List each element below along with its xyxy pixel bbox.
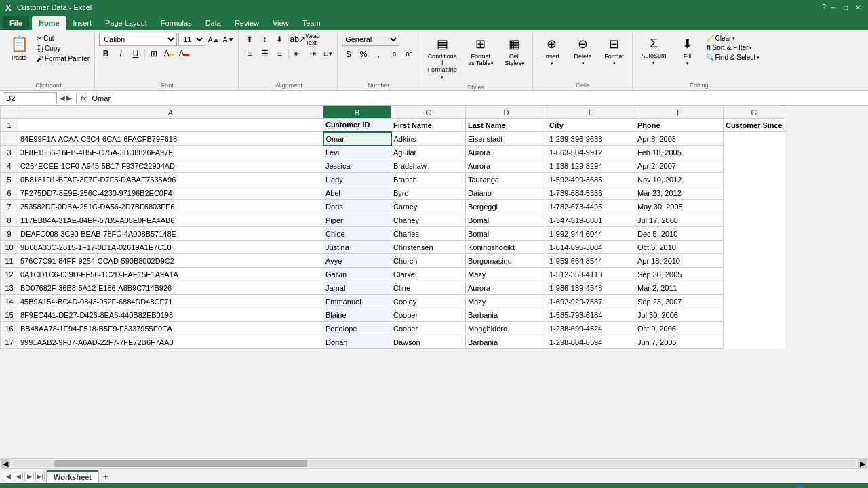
row-header[interactable]: 13 bbox=[1, 281, 18, 295]
cell[interactable]: BB48AA78-1E94-F518-B5E9-F3337955E0EA bbox=[18, 322, 323, 336]
cell[interactable]: Emmanuel bbox=[323, 295, 391, 308]
cut-button[interactable]: ✂ Cut bbox=[35, 34, 92, 43]
row-header[interactable]: 7 bbox=[1, 200, 18, 214]
cell[interactable]: 1-986-189-4548 bbox=[547, 281, 635, 295]
cell[interactable]: Sep 30, 2005 bbox=[635, 268, 724, 281]
cell[interactable]: 1-863-504-9912 bbox=[547, 146, 635, 159]
cell[interactable]: Customer Since bbox=[724, 119, 785, 132]
cell[interactable]: Cooper bbox=[391, 322, 466, 336]
cell[interactable]: DEAFC008-3C90-BEAB-78FC-4A008B57148E bbox=[18, 227, 323, 241]
formula-bar-arrows[interactable]: ◀ ▶ bbox=[60, 94, 72, 102]
increase-font-btn[interactable]: A▲ bbox=[207, 33, 220, 46]
tab-page-layout[interactable]: Page Layout bbox=[98, 16, 154, 30]
cell[interactable]: Branch bbox=[391, 173, 466, 186]
cell[interactable]: 1-614-895-3084 bbox=[547, 241, 635, 254]
cell[interactable]: 1-347-519-6881 bbox=[547, 214, 635, 227]
row-header[interactable]: 1 bbox=[1, 119, 18, 132]
cell[interactable]: 1-238-699-4524 bbox=[547, 322, 635, 336]
horizontal-scrollbar[interactable]: ◀ ▶ bbox=[0, 458, 868, 468]
cell[interactable]: Barbania bbox=[466, 336, 547, 349]
cell[interactable]: 8F9EC441-DE27-D426-8EA6-440B82EB0198 bbox=[18, 308, 323, 322]
cell[interactable]: 1-592-499-3685 bbox=[547, 173, 635, 186]
col-header-d[interactable]: D bbox=[466, 106, 547, 119]
cell[interactable]: Koningshooikt bbox=[466, 241, 547, 254]
cell[interactable]: Charles bbox=[391, 227, 466, 241]
cell[interactable]: Avye bbox=[323, 254, 391, 268]
currency-btn[interactable]: $ bbox=[342, 47, 355, 61]
indent-decrease-btn[interactable]: ⇤ bbox=[291, 47, 304, 60]
cell[interactable] bbox=[18, 119, 323, 132]
cell[interactable]: Abel bbox=[323, 186, 391, 200]
col-header-f[interactable]: F bbox=[635, 106, 724, 119]
cell[interactable]: Blaine bbox=[323, 308, 391, 322]
cell[interactable]: BD07682F-36B8-5A12-E186-A8B9C714B926 bbox=[18, 281, 323, 295]
cell[interactable]: Carney bbox=[391, 200, 466, 214]
cell[interactable]: Mar 23, 2012 bbox=[635, 186, 724, 200]
cell[interactable]: Aurora bbox=[466, 146, 547, 159]
cell[interactable]: First Name bbox=[391, 119, 466, 132]
row-header[interactable]: 16 bbox=[1, 322, 18, 336]
cell[interactable]: Apr 18, 2010 bbox=[635, 254, 724, 268]
sheet-nav-first[interactable]: |◀ bbox=[3, 472, 12, 481]
col-header-e[interactable]: E bbox=[547, 106, 635, 119]
row-header[interactable]: 8 bbox=[1, 214, 18, 227]
cell[interactable]: Phone bbox=[635, 119, 724, 132]
sheet-nav-next[interactable]: ▶ bbox=[24, 472, 34, 481]
col-header-g[interactable]: G bbox=[724, 106, 785, 119]
cell[interactable]: Dec 5, 2010 bbox=[635, 227, 724, 241]
cell[interactable]: Mazy bbox=[466, 268, 547, 281]
minimize-btn[interactable]: ─ bbox=[829, 3, 838, 12]
window-controls[interactable]: ? ─ □ ✕ bbox=[822, 3, 863, 12]
decrease-decimal-btn[interactable]: .0 bbox=[387, 47, 400, 61]
font-name-select[interactable]: Calibri bbox=[99, 33, 177, 46]
col-header-b[interactable]: B bbox=[323, 106, 391, 119]
cell[interactable]: Nov 10, 2012 bbox=[635, 173, 724, 186]
cell[interactable]: Jamal bbox=[323, 281, 391, 295]
help-icon[interactable]: ? bbox=[822, 3, 826, 12]
conditional-formatting-button[interactable]: ▤ ConditionalFormatting▾ bbox=[422, 34, 462, 83]
increase-decimal-btn[interactable]: .00 bbox=[401, 47, 415, 61]
cell[interactable]: Oct 9, 2006 bbox=[635, 322, 724, 336]
cell[interactable]: 117EB84A-31AE-84EF-57B5-A05E0FEA4AB6 bbox=[18, 214, 323, 227]
add-sheet-button[interactable]: + bbox=[100, 471, 111, 482]
cell[interactable]: Daiano bbox=[466, 186, 547, 200]
row-header[interactable]: 11 bbox=[1, 254, 18, 268]
cell[interactable]: Hedy bbox=[323, 173, 391, 186]
cell[interactable]: Bradshaw bbox=[391, 159, 466, 173]
cell[interactable]: Dawson bbox=[391, 336, 466, 349]
sheet-nav-prev[interactable]: ◀ bbox=[14, 472, 23, 481]
cell[interactable]: 0B8181D1-BFAE-3F7E-D7F5-DABAE7535A96 bbox=[18, 173, 323, 186]
cell[interactable]: Bergeggi bbox=[466, 200, 547, 214]
cell[interactable]: Apr 8, 2008 bbox=[635, 132, 724, 146]
cell[interactable]: Chaney bbox=[391, 214, 466, 227]
row-header[interactable]: 12 bbox=[1, 268, 18, 281]
cell[interactable]: 1-992-944-6044 bbox=[547, 227, 635, 241]
copy-button[interactable]: ⿻ Copy bbox=[35, 44, 92, 53]
align-right-btn[interactable]: ≡ bbox=[273, 47, 286, 60]
orientation-btn[interactable]: ab↗ bbox=[291, 33, 304, 46]
insert-button[interactable]: ⊕ Insert ▾ bbox=[537, 34, 567, 69]
cell[interactable]: Church bbox=[391, 254, 466, 268]
autosum-button[interactable]: Σ AutoSum ▾ bbox=[637, 34, 671, 68]
cell-nav-left[interactable]: ◀ bbox=[60, 94, 65, 102]
tab-formulas[interactable]: Formulas bbox=[154, 16, 199, 30]
row-header[interactable]: 17 bbox=[1, 336, 18, 349]
tab-review[interactable]: Review bbox=[228, 16, 266, 30]
cell-styles-button[interactable]: ▦ CellStyles▾ bbox=[500, 34, 530, 69]
decrease-font-btn[interactable]: A▼ bbox=[222, 33, 235, 46]
cell[interactable]: 1-585-793-6184 bbox=[547, 308, 635, 322]
font-size-select[interactable]: 11 bbox=[178, 33, 205, 46]
cell[interactable]: Aurora bbox=[466, 281, 547, 295]
comma-btn[interactable]: , bbox=[372, 47, 385, 61]
tab-data[interactable]: Data bbox=[199, 16, 228, 30]
cell[interactable]: Adkins bbox=[391, 132, 466, 146]
cell[interactable]: Bomal bbox=[466, 227, 547, 241]
row-header[interactable]: 2 bbox=[1, 132, 18, 146]
cell[interactable]: Eisenstadt bbox=[466, 132, 547, 146]
cell[interactable]: Byrd bbox=[391, 186, 466, 200]
row-header[interactable]: 14 bbox=[1, 295, 18, 308]
cell[interactable]: Barbania bbox=[466, 308, 547, 322]
cell[interactable]: Jul 17, 2008 bbox=[635, 214, 724, 227]
cell[interactable]: May 30, 2005 bbox=[635, 200, 724, 214]
percent-btn[interactable]: % bbox=[357, 47, 370, 61]
